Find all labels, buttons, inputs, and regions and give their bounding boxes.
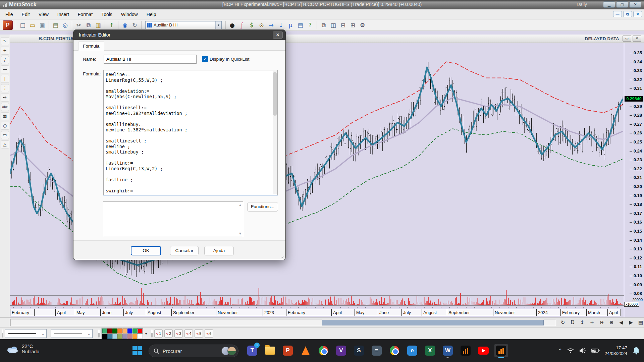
zoom-in-icon[interactable]: ⊕ (607, 319, 615, 326)
help-pointer-icon[interactable]: ? (306, 21, 315, 29)
menu-file[interactable]: File (2, 10, 16, 19)
dialog-resize-grip[interactable] (280, 255, 284, 258)
refresh-icon[interactable]: ↻ (130, 21, 139, 29)
doc-restore-button[interactable]: ⧉ (623, 11, 632, 17)
menu-format[interactable]: Format (74, 10, 96, 19)
new-chart-icon[interactable]: □ (18, 21, 27, 29)
rectangle-tool[interactable]: ▭ (1, 131, 9, 139)
line-style-preset-1[interactable]: ∿1 (154, 329, 163, 338)
crosshair-tool[interactable]: + (1, 47, 9, 55)
taskbar-app-file-explorer[interactable] (263, 344, 277, 357)
vertical-line-tool[interactable]: | (1, 75, 9, 83)
scroll-right-icon[interactable]: ▶ (627, 319, 635, 326)
functions-button[interactable]: Functions... (247, 202, 278, 212)
line-style-dropdown[interactable]: ⌄ (5, 329, 47, 338)
color-swatch[interactable] (112, 328, 117, 334)
cancel-button[interactable]: Cancelar (170, 246, 199, 255)
scrollbar-thumb[interactable] (322, 320, 544, 325)
taskbar-app-youtube[interactable] (477, 344, 490, 357)
taskbar-app-edge[interactable]: e (406, 344, 419, 357)
taskbar-app-calculator[interactable]: = (370, 344, 383, 357)
line-style-preset-6[interactable]: ∿6 (205, 329, 213, 338)
segment-tool[interactable]: ⋮ (1, 84, 9, 92)
search-box[interactable]: Procurar (149, 345, 238, 357)
maximize-button[interactable]: ▢ (616, 1, 628, 8)
scroll-up-icon[interactable]: ▲ (238, 203, 242, 207)
cut-icon[interactable]: ✂ (74, 21, 83, 29)
line-style-preset-5[interactable]: ∿5 (195, 329, 203, 338)
palette-dropdown-icon[interactable]: ▾ (145, 332, 147, 336)
horizontal-scrollbar[interactable] (10, 319, 556, 326)
close-button[interactable]: ✕ (629, 1, 641, 8)
line-style-preset-4[interactable]: ∿4 (184, 329, 193, 338)
color-swatch[interactable] (132, 328, 137, 334)
color-swatch[interactable] (122, 328, 127, 334)
chart-close-button[interactable]: ✕ (633, 36, 641, 42)
line-weight-dropdown[interactable]: ⌄ (51, 329, 93, 338)
notifications-bell-icon[interactable] (632, 346, 641, 355)
quicklist-checkbox[interactable]: ✓ (202, 56, 208, 62)
tray-chevron-icon[interactable]: ⌃ (558, 348, 562, 354)
binoculars-icon[interactable]: ⊙ (257, 21, 266, 29)
ok-button[interactable]: OK (131, 246, 161, 255)
taskbar-app-metastock-active[interactable] (494, 344, 508, 357)
color-swatch[interactable] (102, 328, 107, 334)
refresh-data-icon[interactable]: ↻ (559, 319, 567, 326)
color-swatch[interactable] (102, 334, 107, 339)
color-swatch[interactable] (107, 328, 112, 334)
taskbar-app-steam[interactable]: S (352, 344, 366, 357)
ellipse-tool[interactable]: ○ (1, 122, 9, 130)
text-tool[interactable]: abc (1, 103, 9, 111)
name-input[interactable] (104, 55, 197, 64)
color-swatch[interactable] (127, 328, 132, 334)
report-icon[interactable]: ▤ (296, 21, 305, 29)
formula-icon[interactable]: ƒ (237, 21, 247, 29)
weather-widget[interactable]: 22°C Nublado (6, 343, 39, 354)
tile-grid-icon[interactable]: ⊞ (348, 21, 357, 29)
vertical-scale-icon[interactable]: ↕ (578, 319, 586, 326)
formula-editor[interactable]: newline:= LinearReg(C,55,W,3) ; smalldev… (103, 70, 278, 195)
data-window-icon[interactable]: ▤ (637, 319, 644, 326)
toolbar-grip[interactable] (151, 329, 153, 338)
pan-icon[interactable]: + (588, 319, 596, 326)
date-axis[interactable]: FebruaryAprilMayJuneJulyAugustSeptemberN… (10, 309, 624, 316)
explorer-icon[interactable]: ● (228, 21, 237, 29)
chart-restore-button[interactable]: ▭ (623, 36, 631, 42)
tab-formula[interactable]: Formula (78, 42, 104, 51)
color-swatch[interactable] (132, 334, 137, 339)
print-icon[interactable]: ▤ (51, 21, 60, 29)
line-style-preset-2[interactable]: ∿2 (164, 329, 173, 338)
expand-tool[interactable]: ↔ (1, 94, 9, 102)
menu-edit[interactable]: Edit (18, 10, 33, 19)
compass-icon[interactable]: ◉ (120, 21, 129, 29)
taskbar-app-powerpoint[interactable]: P (281, 344, 294, 357)
wifi-icon[interactable] (567, 348, 574, 354)
upload-icon[interactable]: ↑ (107, 21, 116, 29)
microscope-icon[interactable]: µ (286, 21, 295, 29)
formula-scrollbar[interactable] (273, 71, 277, 194)
cascade-windows-icon[interactable]: ⧉ (319, 21, 328, 29)
pointer-tool[interactable]: ↖ (1, 37, 9, 45)
toolbar-grip[interactable] (2, 329, 3, 338)
secondary-editor[interactable]: ▲ ▼ (103, 201, 243, 237)
toolbar-grip[interactable] (98, 329, 100, 338)
triangle-tool[interactable]: △ (1, 140, 9, 148)
doc-minimize-button[interactable]: — (613, 11, 622, 17)
start-button[interactable] (132, 346, 143, 356)
menu-tools[interactable]: Tools (98, 10, 116, 19)
menu-window[interactable]: Window (118, 10, 141, 19)
minimize-button[interactable]: ▁ (603, 1, 615, 8)
horizontal-line-tool[interactable]: — (1, 65, 9, 73)
scroll-left-icon[interactable]: ◀ (617, 319, 625, 326)
combo-arrow-icon[interactable]: ▾ (215, 21, 221, 29)
trendline-tool[interactable]: / (1, 56, 9, 64)
copy-icon[interactable]: ⧉ (84, 21, 93, 29)
taskbar-app-vlc[interactable] (299, 344, 312, 357)
system-tester-icon[interactable]: $ (247, 21, 256, 29)
color-swatch[interactable] (138, 328, 142, 334)
indicator-quicklist-dropdown[interactable]: Auxiliar B HI▾ (145, 21, 222, 29)
save-icon[interactable]: ▣ (38, 21, 47, 29)
dialog-close-icon[interactable]: ✕ (273, 32, 283, 39)
color-swatch[interactable] (112, 334, 117, 339)
taskbar-app-word[interactable]: W (441, 344, 454, 357)
